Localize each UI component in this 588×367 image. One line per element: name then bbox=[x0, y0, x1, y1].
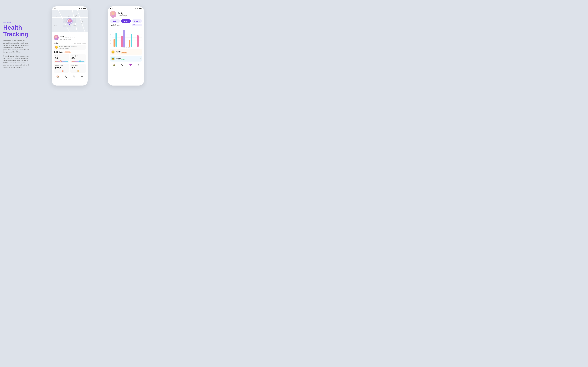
status-icons-1 bbox=[78, 8, 85, 9]
calories-slider bbox=[55, 71, 68, 71]
bottom-nav-2: 🏠 📞 💜 ⊞ bbox=[110, 62, 142, 66]
svg-point-27 bbox=[55, 38, 58, 40]
heart-rate-value: 68 bbox=[55, 57, 58, 60]
hero-title: Health Tracking bbox=[3, 24, 31, 38]
phone2-content: Sally 8 years 67 days Daily Weekly Month… bbox=[108, 10, 144, 67]
tab-daily[interactable]: Daily bbox=[110, 19, 120, 23]
svg-text:20th St: 20th St bbox=[73, 25, 76, 26]
description-2: The health sensor collects comprehensive… bbox=[3, 55, 31, 68]
svg-text:2nd Ave: 2nd Ave bbox=[55, 16, 58, 17]
tuesday-status-tag: GOOD bbox=[121, 59, 125, 60]
nav-grid-2[interactable]: ⊞ bbox=[138, 63, 139, 66]
day-item-tuesday[interactable]: 😊 Tuesday 11/12/23 GOOD › bbox=[110, 56, 142, 61]
phone2-user-row: Sally 8 years 67 days bbox=[110, 10, 142, 19]
phone2-age: 8 years 67 days bbox=[118, 15, 127, 17]
chevron-down-icon: ▾ bbox=[140, 24, 141, 26]
phone2-name: Sally bbox=[118, 12, 127, 15]
svg-point-25 bbox=[68, 22, 71, 23]
map-area: 2nd Ave 2nd Avenue 13th St 15th St 3rd A… bbox=[52, 10, 87, 32]
svg-rect-47 bbox=[113, 39, 115, 47]
svg-point-33 bbox=[111, 15, 115, 18]
monday-emoji: 😑 bbox=[111, 50, 115, 54]
nav-heart-1[interactable]: 🤍 bbox=[73, 75, 76, 78]
nav-home-1[interactable]: 🏠 bbox=[56, 75, 59, 78]
home-bar-1 bbox=[65, 79, 75, 79]
health-status-header: Health Status This week ▾ bbox=[110, 24, 142, 26]
svg-text:80: 80 bbox=[110, 34, 111, 35]
health-section-1: Health Status AVERAGE Heart rate 68 kcal… bbox=[53, 51, 86, 73]
monday-date: 11/12/23 ATTENTION bbox=[116, 52, 127, 53]
nav-heart-2[interactable]: 💜 bbox=[129, 63, 132, 66]
svg-rect-50 bbox=[123, 30, 125, 47]
monday-arrow-icon: › bbox=[140, 51, 141, 53]
svg-point-34 bbox=[112, 13, 113, 14]
svg-text:60: 60 bbox=[110, 37, 111, 38]
sleep-label: Sleep Hours bbox=[71, 65, 85, 66]
stress-label: Stress (HRV) bbox=[71, 55, 85, 57]
user-location-1: Near 99 Garvey Way bbox=[60, 39, 75, 40]
phone1-content: Sally Mon, Nov 6 2023 at 11:31 AM Near 9… bbox=[52, 34, 87, 79]
svg-text:20: 20 bbox=[110, 43, 111, 44]
svg-rect-0 bbox=[78, 9, 79, 9]
svg-rect-49 bbox=[121, 36, 123, 47]
svg-text:0: 0 bbox=[111, 46, 111, 48]
device-section: Device Last update: 12 mins ago 😊 🔋 100%… bbox=[53, 42, 86, 51]
svg-text:Cricket: Cricket bbox=[75, 15, 77, 16]
phone-1: 9:41 bbox=[52, 6, 87, 85]
tuesday-arrow-icon: › bbox=[140, 58, 141, 59]
battery-icon-1 bbox=[83, 8, 85, 9]
health-chart: 0 20 40 60 80 100 bbox=[109, 27, 143, 48]
phone2-avatar bbox=[110, 11, 116, 18]
chart-area: 0 20 40 60 80 100 bbox=[109, 27, 143, 48]
device-type: Type 1023-222-130 bbox=[59, 48, 77, 49]
svg-text:100: 100 bbox=[110, 31, 111, 32]
svg-rect-52 bbox=[131, 34, 132, 47]
wifi-icon-2 bbox=[137, 8, 138, 9]
svg-rect-1 bbox=[79, 8, 79, 9]
signal-icon bbox=[78, 8, 80, 9]
svg-text:Fund: Fund bbox=[75, 16, 77, 17]
title-line1: Health bbox=[3, 24, 31, 31]
svg-text:3rd Ave: 3rd Ave bbox=[54, 25, 57, 26]
user-name-1: Sally bbox=[60, 35, 75, 37]
wifi-icon bbox=[80, 8, 82, 9]
calories-unit: kcal bbox=[62, 68, 63, 69]
tuesday-emoji: 😊 bbox=[111, 57, 115, 60]
user-date-1: Mon, Nov 6 2023 at 11:31 AM bbox=[60, 37, 75, 39]
svg-rect-2 bbox=[79, 8, 80, 9]
stress-slider bbox=[71, 61, 85, 61]
svg-point-24 bbox=[69, 20, 70, 22]
tab-monthly[interactable]: Monthly bbox=[132, 19, 142, 23]
heart-rate-slider bbox=[55, 61, 68, 61]
left-panel: Main feature Health Tracking Compared to… bbox=[3, 22, 31, 70]
day-item-monday[interactable]: 😑 Monday 11/12/23 ATTENTION › bbox=[110, 49, 142, 55]
metrics-grid: Heart rate 68 kcal/day Stress (HRV) 65 bbox=[53, 54, 86, 73]
nav-phone-2[interactable]: 📞 bbox=[121, 63, 123, 66]
heart-rate-card: Heart rate 68 kcal/day bbox=[53, 54, 69, 63]
tab-weekly[interactable]: Weekly bbox=[121, 19, 131, 23]
bottom-nav-1: 🏠 📞 🤍 ⊞ bbox=[53, 74, 86, 78]
svg-rect-53 bbox=[137, 35, 138, 47]
nav-home-2[interactable]: 🏠 bbox=[112, 63, 115, 66]
sleep-value: 7.5 bbox=[71, 67, 75, 70]
status-bar-2: 9:41 bbox=[108, 6, 144, 10]
svg-text:2nd Avenue: 2nd Avenue bbox=[68, 16, 72, 17]
stress-value: 65 bbox=[71, 57, 75, 60]
nav-phone-1[interactable]: 📞 bbox=[65, 75, 67, 78]
stress-card: Stress (HRV) 65 bbox=[70, 54, 86, 63]
nav-grid-1[interactable]: ⊞ bbox=[81, 75, 83, 78]
phone2-user-info: Sally 8 years 67 days bbox=[118, 12, 127, 17]
signal-stat: 📡 Signal good bbox=[71, 46, 77, 47]
calories-card: Calories Burnt 1750 kcal bbox=[53, 64, 69, 73]
battery-stat: 🔋 100% bbox=[59, 46, 63, 47]
device-card: 😊 🔋 100% 💾 50% used 📡 Signal good Type 1… bbox=[53, 45, 86, 50]
svg-rect-30 bbox=[136, 8, 136, 9]
monday-label: Monday bbox=[116, 51, 127, 52]
feature-label: Main feature bbox=[3, 22, 31, 23]
week-selector[interactable]: This week ▾ bbox=[132, 24, 142, 26]
time-1: 9:41 bbox=[54, 8, 57, 9]
heart-rate-label: Heart rate bbox=[55, 55, 68, 57]
svg-point-26 bbox=[55, 36, 57, 38]
user-info-1: Sally Mon, Nov 6 2023 at 11:31 AM Near 9… bbox=[60, 35, 75, 40]
sleep-slider bbox=[71, 71, 85, 71]
